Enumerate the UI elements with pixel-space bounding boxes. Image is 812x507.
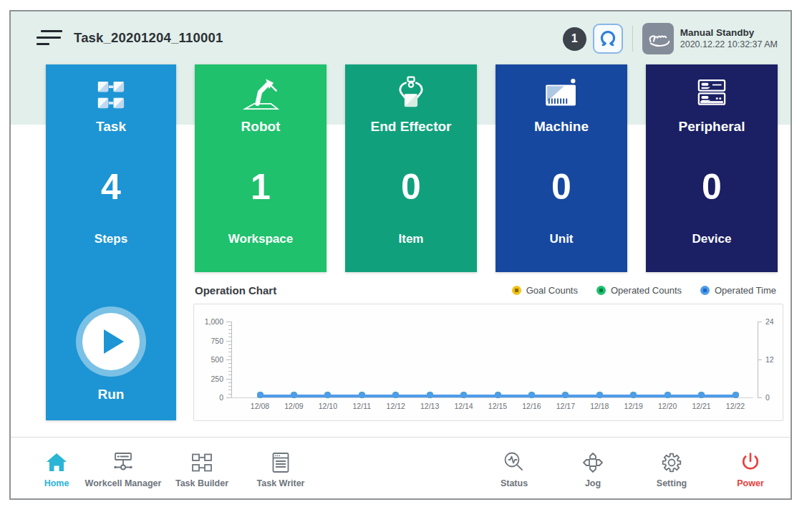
hamburger-icon[interactable]	[37, 29, 65, 50]
nav-right-group: Status Jog	[468, 450, 783, 488]
card-task[interactable]: Task 4 Steps Run	[46, 64, 176, 420]
machine-icon	[496, 72, 627, 119]
card-label: Machine	[496, 119, 627, 135]
divider	[632, 26, 633, 52]
card-label: Peripheral	[646, 119, 778, 135]
manual-hand-icon	[646, 26, 670, 51]
card-unit: Steps	[46, 232, 176, 246]
card-end-effector[interactable]: End Effector 0 Item	[345, 64, 477, 272]
card-value: 1	[195, 165, 327, 209]
status-datetime: 2020.12.22 10:32:37 AM	[680, 39, 778, 51]
play-icon	[104, 329, 124, 354]
nav-item-jog[interactable]: Jog	[560, 450, 626, 488]
card-unit: Workspace	[195, 232, 327, 246]
card-unit: Item	[345, 232, 477, 246]
app-window: Task_20201204_110001 1	[9, 10, 792, 500]
nav-item-home[interactable]: Home	[29, 450, 84, 488]
gear-icon	[659, 450, 684, 475]
gripper-tool-button[interactable]	[593, 24, 623, 54]
card-value: 0	[345, 165, 477, 209]
notification-badge: 1	[563, 27, 586, 51]
robot-arm-icon	[195, 72, 327, 119]
card-unit: Unit	[496, 232, 627, 246]
card-value: 0	[646, 165, 778, 209]
nav-item-power[interactable]: Power	[717, 450, 783, 488]
card-value: 4	[46, 165, 176, 209]
topbar-right-cluster: 1	[563, 21, 778, 56]
nav-item-workcell-manager[interactable]: Workcell Manager	[84, 450, 163, 488]
robot-status: Manual Standby	[680, 27, 778, 39]
run-label: Run	[98, 387, 125, 402]
nav-item-task-builder[interactable]: Task Builder	[163, 450, 241, 488]
bottom-nav: Home Workcell Manager	[11, 441, 791, 497]
status-pulse-magnifier-icon	[502, 450, 526, 475]
card-value: 0	[496, 165, 627, 209]
manual-mode-button[interactable]	[642, 23, 674, 54]
gripper-rotate-icon	[596, 26, 620, 51]
screen: Task_20201204_110001 1	[0, 0, 812, 507]
end-effector-gripper-icon	[345, 72, 477, 119]
card-label: Task	[46, 119, 176, 135]
card-robot[interactable]: Robot 1 Workspace	[195, 64, 327, 272]
nav-label: Jog	[585, 478, 601, 488]
card-label: End Effector	[345, 119, 477, 135]
nav-label: Setting	[657, 478, 687, 488]
nav-item-setting[interactable]: Setting	[639, 450, 705, 488]
run-button[interactable]: Run	[46, 306, 176, 402]
nav-label: Status	[501, 478, 528, 488]
run-button-ring	[76, 306, 146, 377]
nav-label: Home	[44, 478, 69, 488]
card-machine[interactable]: Machine 0 Unit	[496, 64, 627, 272]
nav-left-group: Home Workcell Manager	[29, 450, 320, 488]
home-icon	[44, 450, 69, 475]
nav-label: Power	[737, 478, 764, 488]
nav-label: Task Writer	[257, 478, 305, 488]
summary-cards-row: Task 4 Steps Run Robot 1 Workspa	[46, 64, 778, 420]
nav-label: Task Builder	[175, 478, 228, 488]
power-icon	[738, 450, 763, 475]
top-bar: Task_20201204_110001 1	[11, 11, 791, 64]
card-label: Robot	[195, 119, 327, 135]
task-writer-icon	[269, 450, 293, 475]
task-blocks-icon	[46, 72, 176, 119]
nav-divider	[11, 437, 791, 438]
task-builder-icon	[190, 450, 214, 475]
nav-item-status[interactable]: Status	[481, 450, 547, 488]
nav-label: Workcell Manager	[85, 478, 162, 488]
card-peripheral[interactable]: Peripheral 0 Device	[646, 64, 778, 272]
card-unit: Device	[646, 232, 778, 246]
nav-item-task-writer[interactable]: Task Writer	[241, 450, 320, 488]
workcell-manager-icon	[111, 450, 135, 475]
jog-dpad-icon	[581, 450, 605, 475]
page-title: Task_20201204_110001	[74, 30, 223, 46]
robot-status-block: Manual Standby 2020.12.22 10:32:37 AM	[680, 27, 778, 51]
peripheral-devices-icon	[646, 72, 778, 119]
